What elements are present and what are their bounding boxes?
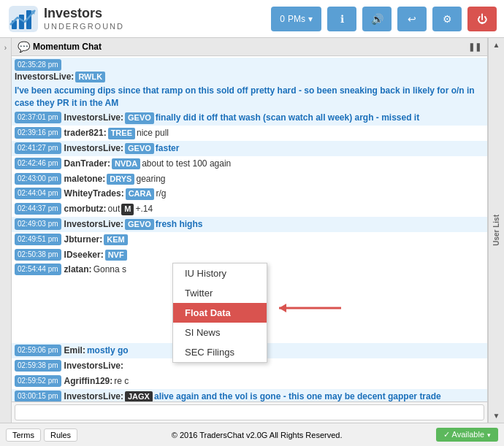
footer-left: Terms Rules (6, 428, 77, 442)
ticker-badge[interactable]: KEM (104, 234, 127, 245)
username: InvestorsLive: (15, 71, 74, 83)
timestamp: 02:37:01 pm (15, 112, 61, 123)
chat-title: Momentum Chat (33, 42, 102, 52)
ticker-badge[interactable]: NVF (105, 250, 127, 261)
scroll-down-arrow[interactable]: ▼ (493, 412, 500, 420)
msg-text: about to test 100 again (142, 158, 231, 170)
msg-text: r/g (156, 188, 166, 200)
msg-content: Agriffin129: re c (64, 375, 129, 388)
footer: Terms Rules © 2016 TradersChat v2.0G All… (0, 423, 504, 446)
pause-icon[interactable]: ❚❚ (468, 42, 481, 52)
ticker-badge[interactable]: M (121, 204, 134, 215)
timestamp: 02:50:38 pm (15, 249, 61, 261)
msg-content: InvestorsLive: GEVO fresh highs (64, 218, 203, 231)
context-menu-sec-filings[interactable]: SEC Filings (173, 342, 267, 362)
msg-content: WhiteyTrades: CARA r/g (64, 188, 167, 200)
rules-button[interactable]: Rules (44, 428, 77, 442)
context-menu-float-data[interactable]: Float Data (173, 303, 267, 323)
timestamp: 02:44:37 pm (15, 203, 61, 215)
arrow-annotation (272, 297, 345, 321)
username: maletone: (64, 173, 106, 185)
status-badge[interactable]: ✓ Available ▾ (436, 428, 498, 442)
ticker-badge[interactable]: RWLK (75, 72, 105, 82)
timestamp: 02:49:03 pm (15, 218, 61, 230)
scroll-up-arrow[interactable]: ▲ (493, 41, 500, 49)
power-button[interactable]: ⏻ (467, 7, 497, 31)
context-menu-twitter[interactable]: Twitter (173, 283, 267, 303)
username: InvestorsLive: (64, 112, 123, 124)
logo-text: Investors UNDERGROUND (44, 6, 124, 31)
table-row: 02:44:04 pm WhiteyTrades: CARA r/g (12, 186, 487, 201)
msg-content: InvestorsLive: JAGX alive again and the … (64, 391, 441, 401)
table-row: 02:59:52 pm Agriffin129: re c (12, 374, 487, 389)
username: IDseeker: (64, 249, 104, 261)
msg-content: DanTrader: NVDA about to test 100 again (64, 158, 232, 170)
table-row: 02:35:28 pm InvestorsLive: RWLK I've bee… (12, 58, 487, 110)
msg-content: zlatan: Gonna s (64, 264, 126, 276)
context-menu-si-news[interactable]: SI News (173, 323, 267, 342)
chat-input[interactable] (15, 404, 484, 420)
right-sidebar: ▲ User List ▼ (488, 38, 504, 423)
msg-text: I've been accuming dips since that ramp … (15, 85, 484, 109)
logo-icon (7, 4, 39, 34)
ticker-badge[interactable]: JAGX (125, 391, 153, 401)
timestamp: 02:59:38 pm (15, 360, 61, 372)
ticker-badge[interactable]: DRYS (107, 174, 134, 185)
table-row: 02:41:27 pm InvestorsLive: GEVO faster (12, 141, 487, 156)
username: InvestorsLive: (64, 142, 123, 155)
timestamp: 02:43:00 pm (15, 173, 61, 185)
context-menu-iu-history[interactable]: IU History (173, 264, 267, 283)
msg-text: re c (114, 375, 129, 388)
header: Investors UNDERGROUND 0 PMs ▾ ℹ 🔊 ↩ ⚙ ⏻ (0, 0, 504, 38)
msg-text: alive again and the vol is gone - this o… (154, 391, 441, 401)
msg-content: Emil: mostly go (64, 345, 129, 357)
sound-button[interactable]: 🔊 (362, 7, 392, 31)
info-button[interactable]: ℹ (327, 7, 356, 31)
username: Jbturner: (64, 234, 103, 246)
table-row: 02:49:03 pm InvestorsLive: GEVO fresh hi… (12, 217, 487, 232)
chat-messages: 02:35:28 pm InvestorsLive: RWLK I've bee… (12, 56, 487, 401)
timestamp: 02:59:52 pm (15, 375, 61, 387)
pm-button[interactable]: 0 PMs ▾ (271, 7, 321, 31)
ticker-badge[interactable]: TREE (108, 128, 135, 139)
collapse-arrow[interactable]: › (0, 38, 12, 423)
username: cmorbutz: (64, 203, 107, 215)
table-row: 02:37:01 pm InvestorsLive: GEVO finally … (12, 110, 487, 126)
user-list-label: User List (492, 215, 500, 246)
msg-text: mostly go (87, 345, 129, 357)
msg-text: nice pull (137, 127, 169, 139)
info-icon: ℹ (340, 13, 344, 25)
username: Emil: (64, 345, 85, 357)
table-row: 02:39:16 pm trader821: TREE nice pull (12, 126, 487, 141)
status-dropdown-arrow: ▾ (487, 431, 491, 439)
msg-text: +.14 (135, 203, 153, 215)
ticker-badge[interactable]: CARA (126, 188, 155, 199)
table-row: 03:00:15 pm InvestorsLive: JAGX alive ag… (12, 389, 487, 401)
copyright-text: © 2016 TradersChat v2.0G All Rights Rese… (172, 431, 343, 439)
chat-header-left: 💬 Momentum Chat (18, 41, 102, 53)
gear-icon: ⚙ (443, 13, 452, 25)
ticker-badge[interactable]: NVDA (112, 158, 140, 169)
ticker-badge[interactable]: GEVO (125, 112, 154, 123)
timestamp: 02:44:04 pm (15, 188, 61, 199)
input-bar (12, 401, 487, 423)
table-row: 02:43:00 pm maletone: DRYS gearing (12, 172, 487, 187)
chat-bubble-icon: 💬 (18, 41, 30, 53)
refresh-button[interactable]: ↩ (397, 7, 427, 31)
username: zlatan: (64, 264, 92, 276)
msg-content: trader821: TREE nice pull (64, 127, 169, 139)
pm-label: PMs (288, 14, 305, 24)
main-layout: › 💬 Momentum Chat ❚❚ 02:35:28 pm Investo… (0, 38, 504, 423)
terms-button[interactable]: Terms (6, 428, 41, 442)
logo-investors: Investors (44, 6, 124, 22)
username: InvestorsLive: (64, 218, 123, 231)
msg-text: faster (156, 142, 180, 155)
msg-content: InvestorsLive: GEVO finally did it off t… (64, 112, 420, 124)
username: WhiteyTrades: (64, 188, 124, 200)
sound-icon: 🔊 (371, 13, 383, 25)
ticker-badge[interactable]: GEVO (125, 143, 154, 154)
settings-button[interactable]: ⚙ (432, 7, 462, 31)
table-row: 02:44:37 pm cmorbutz: out M +.14 (12, 201, 487, 217)
ticker-badge[interactable]: GEVO (125, 219, 154, 230)
username: InvestorsLive: (64, 391, 123, 401)
